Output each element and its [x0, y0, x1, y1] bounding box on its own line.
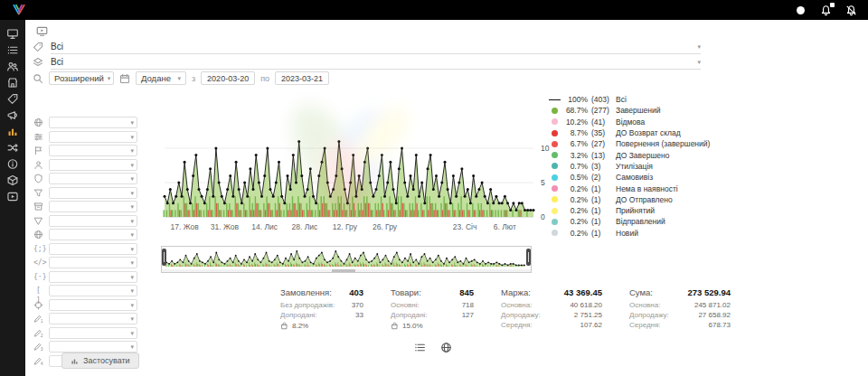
date-field-select[interactable]: Додане ▾ [136, 71, 186, 85]
filter-select[interactable]: ▾ [49, 173, 137, 184]
angle-icon: </> [33, 258, 43, 268]
filter-row: 2▾ [25, 326, 152, 341]
chevron-down-icon: ▾ [130, 274, 134, 280]
filter-row: </>▾ [25, 256, 152, 270]
app-logo-icon[interactable] [11, 3, 29, 17]
analytics-main: 051017. Жов31. Жов14. Лис28. Лис12. Гру2… [152, 87, 868, 376]
legend-item[interactable]: 0.2%(1)ДО Отправлено [547, 194, 737, 205]
chart-canvas[interactable]: 051017. Жов31. Жов14. Лис28. Лис12. Гру2… [161, 92, 564, 239]
minimap-canvas[interactable] [164, 249, 529, 270]
filter-row: {·}▾ [25, 270, 152, 285]
svg-text:12. Гру: 12. Гру [333, 222, 358, 231]
filter-select[interactable]: ▾ [49, 243, 137, 255]
legend-item[interactable]: 10.2%(41)Відмова [547, 117, 737, 127]
range-left-handle[interactable] [162, 249, 166, 266]
filter-row-categories: Всі ▾ [33, 55, 701, 70]
legend-label: Відправлений [616, 217, 665, 226]
filter-row: ▾ [25, 298, 152, 313]
legend-item[interactable]: 0.2%(1)Новий [547, 228, 737, 239]
categories-filter-select[interactable]: Всі ▾ [51, 56, 701, 70]
summary-title: Сума: [629, 287, 653, 297]
nav-item-marketing[interactable] [6, 109, 19, 121]
chart-range-selector[interactable] [161, 246, 532, 273]
legend-item[interactable]: 68.7%(277)Завершений [547, 105, 737, 116]
filter-select[interactable]: ▾ [49, 271, 137, 283]
layers-icon [33, 57, 43, 68]
legend-item[interactable]: 0.2%(1)Відправлений [547, 216, 737, 227]
filter-row: 1▾ [25, 312, 152, 326]
apply-button-label: Застосувати [83, 356, 130, 365]
apply-button[interactable]: Застосувати [61, 352, 139, 369]
legend-item[interactable]: 0.5%(2)Самовивіз [547, 172, 737, 183]
filter-select[interactable]: ▾ [49, 327, 137, 339]
search-icon[interactable] [33, 73, 43, 84]
chevron-down-icon: ▾ [130, 246, 134, 252]
filter-select[interactable]: ▾ [49, 299, 137, 311]
filter-select[interactable]: ▾ [49, 257, 137, 268]
nav-item-dashboard[interactable] [6, 28, 19, 40]
legend-label: ДО Возврат склад [616, 128, 681, 137]
nav-item-info[interactable] [6, 158, 19, 170]
filter-select[interactable]: ▾ [49, 229, 137, 240]
svg-text:23. Січ: 23. Січ [453, 222, 477, 231]
filter-select[interactable]: ▾ [49, 131, 137, 143]
summary-sub-label: Середня: [501, 321, 533, 329]
range-scrollbar-thumb[interactable] [332, 269, 355, 272]
nav-item-packages[interactable] [6, 174, 19, 186]
nav-item-analytics[interactable] [6, 126, 19, 137]
notifications-icon[interactable] [820, 5, 832, 16]
legend-item[interactable]: 100%(403)Всі [547, 94, 737, 105]
date-to-input[interactable]: 2023-03-21 [275, 71, 329, 85]
summary-sub-label: Допродажу: [629, 311, 669, 319]
nav-item-orders[interactable] [6, 44, 19, 56]
range-scrollbar[interactable] [162, 269, 531, 272]
date-from-input[interactable]: 2020-03-20 [201, 71, 255, 85]
filter-select[interactable]: ▾ [49, 159, 137, 171]
search-mode-select[interactable]: Розширений ▾ [49, 71, 114, 85]
legend-item[interactable]: 0.2%(1)Прийнятий [547, 205, 737, 216]
filter-select[interactable]: ▾ [49, 145, 137, 156]
alerts-icon[interactable] [845, 5, 857, 16]
nav-item-products[interactable] [6, 93, 19, 105]
filter-select[interactable]: ▾ [49, 215, 137, 227]
legend-count: (27) [588, 139, 616, 148]
summary-sub-value: 2 751.25 [574, 311, 602, 319]
nav-item-integrations[interactable] [6, 142, 19, 154]
filter-select[interactable]: ▾ [49, 285, 137, 296]
nav-item-store[interactable] [6, 77, 19, 89]
legend-count: (277) [588, 106, 616, 115]
legend-item[interactable]: 6.7%(27)Повернення (завершений) [547, 138, 737, 149]
from-label: з [192, 74, 195, 83]
filter-select[interactable]: ▾ [49, 313, 137, 324]
nav-item-tutorials[interactable] [6, 191, 19, 202]
filter-select[interactable]: ▾ [49, 201, 137, 212]
legend-item[interactable]: 8.7%(35)ДО Возврат склад [547, 127, 737, 138]
range-right-handle[interactable] [526, 249, 531, 266]
globe-icon[interactable] [440, 342, 452, 353]
filter-panel: ▾▾▾▾▾▾▾▾▾{;}▾</>▾{·}▾[ ]▾▾1▾2▾3▾4▾ Засто… [25, 87, 152, 376]
chart-icon [71, 357, 79, 365]
legend-item[interactable]: 0.7%(3)Утилізація [547, 161, 737, 172]
statuses-filter-select[interactable]: Всі ▾ [51, 41, 701, 54]
svg-text:28. Лис: 28. Лис [292, 222, 319, 231]
summary-sub-value: 33 [355, 311, 363, 319]
legend-count: (2) [588, 173, 616, 182]
legend-item[interactable]: 3.2%(13)ДО Завершено [547, 149, 737, 160]
filter-select[interactable]: ▾ [49, 117, 137, 128]
orders-chart[interactable]: 051017. Жов31. Жов14. Лис28. Лис12. Гру2… [161, 92, 868, 246]
legend-percent: 68.7% [561, 106, 588, 115]
legend-label: Самовивіз [616, 173, 653, 182]
list-view-button[interactable] [414, 342, 426, 353]
legend-percent: 6.7% [561, 139, 588, 148]
presentation-mode-button[interactable] [34, 25, 50, 37]
nav-item-customers[interactable] [6, 61, 19, 72]
status-icon[interactable] [795, 5, 807, 16]
summary-sub-value: 27 658.92 [698, 311, 731, 319]
search-date-row: Розширений ▾ Додане ▾ з 2020-03-20 по 20… [33, 71, 329, 85]
filter-select[interactable]: ▾ [49, 341, 137, 352]
legend-count: (1) [588, 206, 616, 215]
legend-dot-swatch [547, 208, 561, 214]
legend-item[interactable]: 0.2%(1)Нема в наявності [547, 183, 737, 193]
summary-sub-value: 245 871.02 [694, 301, 731, 309]
filter-select[interactable]: ▾ [49, 187, 137, 199]
